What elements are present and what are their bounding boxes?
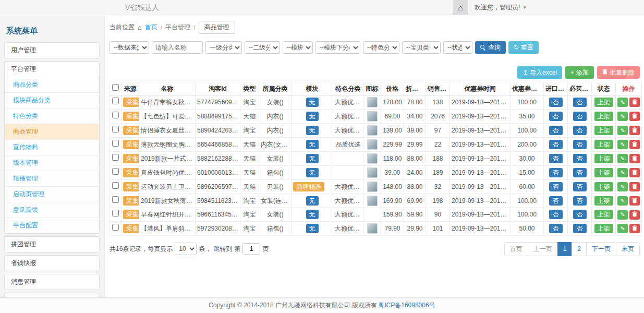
sidebar-item[interactable]: 用户管理 (5, 43, 99, 58)
status-toggle[interactable]: 上架 (594, 126, 613, 135)
icp-link[interactable]: 粤ICP备16098006号 (378, 301, 435, 310)
status-toggle[interactable]: 上架 (594, 154, 613, 163)
sidebar-subitem[interactable]: 版本管理 (5, 155, 99, 171)
must-buy-toggle[interactable]: 否 (573, 126, 587, 135)
row-checkbox[interactable] (112, 98, 119, 104)
filter-select[interactable]: --特色分类-- (363, 41, 399, 54)
sidebar-subitem[interactable]: 模块商品分类 (5, 92, 99, 108)
delete-button[interactable] (629, 112, 640, 121)
search-button[interactable]: 查询 (475, 41, 506, 54)
page-button[interactable]: 末页 (616, 242, 640, 256)
edit-button[interactable]: ✎ (617, 112, 628, 121)
edit-button[interactable]: ✎ (617, 140, 628, 149)
sidebar-subitem[interactable]: 宣传物料 (5, 139, 99, 155)
filter-select[interactable]: 一级分类 (205, 41, 242, 54)
name-search-input[interactable] (152, 41, 203, 54)
must-buy-toggle[interactable]: 否 (573, 168, 587, 177)
edit-button[interactable]: ✎ (617, 224, 628, 233)
import-select-toggle[interactable]: 否 (549, 182, 563, 191)
row-checkbox[interactable] (112, 168, 119, 175)
delete-button[interactable] (629, 140, 640, 149)
status-toggle[interactable]: 上架 (594, 140, 613, 149)
page-button[interactable]: 2 (572, 242, 587, 256)
import-select-toggle[interactable]: 否 (549, 224, 563, 233)
edit-button[interactable]: ✎ (617, 182, 628, 191)
delete-button[interactable] (629, 154, 640, 163)
delete-button[interactable] (629, 126, 640, 135)
row-checkbox[interactable] (112, 126, 119, 133)
filter-select[interactable]: --模块下分类-- (315, 41, 360, 54)
filter-select-source[interactable]: --数据来源-- (110, 41, 149, 54)
jump-page-input[interactable] (242, 243, 260, 255)
must-buy-toggle[interactable]: 否 (573, 210, 587, 219)
page-button[interactable]: 下一页 (586, 242, 616, 256)
must-buy-toggle[interactable]: 否 (573, 196, 587, 206)
filter-select[interactable]: --宝贝类型-- (402, 41, 441, 54)
sidebar-subitem[interactable]: 意见反馈 (5, 202, 99, 218)
sidebar-item[interactable]: 平台管理 (5, 62, 99, 77)
filter-select[interactable]: --二级分类-- (245, 41, 280, 54)
must-buy-toggle[interactable]: 否 (573, 112, 587, 121)
sidebar-subitem[interactable]: 商品分类 (5, 77, 99, 92)
edit-button[interactable]: ✎ (617, 98, 628, 107)
delete-button[interactable] (629, 224, 640, 233)
reset-button[interactable]: ↻ 重置 (508, 41, 539, 54)
delete-button[interactable] (629, 210, 640, 220)
row-checkbox[interactable] (112, 210, 119, 216)
edit-button[interactable]: ✎ (617, 210, 628, 220)
sidebar-item[interactable]: 拼团管理 (5, 237, 99, 252)
status-toggle[interactable]: 上架 (594, 112, 613, 121)
edit-button[interactable]: ✎ (617, 154, 628, 163)
sidebar-subitem[interactable]: 轮播管理 (5, 171, 99, 186)
status-toggle[interactable]: 上架 (594, 168, 613, 177)
edit-button[interactable]: ✎ (617, 168, 628, 177)
add-button[interactable]: + 添加 (565, 66, 594, 79)
page-button[interactable]: 1 (557, 242, 573, 256)
page-button[interactable]: 上一页 (528, 242, 558, 256)
delete-button[interactable] (629, 196, 640, 206)
sidebar-item[interactable]: 消息管理 (5, 274, 99, 290)
import-select-toggle[interactable]: 否 (549, 154, 563, 163)
sidebar-item[interactable]: 省钱快报 (5, 256, 99, 271)
must-buy-toggle[interactable]: 否 (573, 98, 587, 107)
status-toggle[interactable]: 上架 (594, 182, 613, 191)
sidebar-subitem[interactable]: 商品管理 (5, 124, 99, 139)
row-checkbox[interactable] (112, 224, 119, 231)
row-checkbox[interactable] (112, 112, 119, 118)
must-buy-toggle[interactable]: 否 (573, 182, 587, 191)
delete-button[interactable] (629, 168, 640, 177)
status-toggle[interactable]: 上架 (594, 224, 613, 233)
edit-button[interactable]: ✎ (617, 196, 628, 206)
status-toggle[interactable]: 上架 (594, 196, 613, 206)
delete-button[interactable] (629, 182, 640, 191)
jump-button[interactable]: 跳转到 (213, 245, 232, 254)
import-select-toggle[interactable]: 否 (549, 140, 563, 149)
sidebar-subitem[interactable]: 特色分类 (5, 108, 99, 124)
import-select-toggle[interactable]: 否 (549, 196, 563, 206)
filter-select[interactable]: --状态-- (443, 41, 472, 54)
filter-select[interactable]: --模块-- (283, 41, 313, 54)
import-excel-button[interactable]: ↥ 导入excel (517, 66, 562, 79)
must-buy-toggle[interactable]: 否 (573, 154, 587, 163)
must-buy-toggle[interactable]: 否 (573, 224, 587, 233)
row-checkbox[interactable] (112, 154, 119, 161)
per-page-select[interactable]: 10 (175, 243, 197, 255)
select-all-checkbox[interactable] (112, 84, 119, 91)
page-button[interactable]: 首页 (504, 242, 528, 256)
sidebar-subitem[interactable]: 启动页管理 (5, 186, 99, 202)
user-menu[interactable]: 欢迎您，管理员! ▼ (468, 0, 533, 15)
import-select-toggle[interactable]: 否 (549, 98, 563, 107)
status-toggle[interactable]: 上架 (594, 210, 613, 219)
import-select-toggle[interactable]: 否 (549, 210, 563, 219)
sidebar-subitem[interactable]: 平台配置 (5, 218, 99, 233)
bulk-delete-button[interactable]: 批量删除 (597, 66, 640, 79)
import-select-toggle[interactable]: 否 (549, 168, 563, 177)
import-select-toggle[interactable]: 否 (549, 112, 563, 121)
breadcrumb-home-link[interactable]: 首页 (145, 23, 157, 32)
row-checkbox[interactable] (112, 140, 119, 147)
delete-button[interactable] (629, 98, 640, 107)
import-select-toggle[interactable]: 否 (549, 126, 563, 135)
status-toggle[interactable]: 上架 (594, 98, 613, 107)
must-buy-toggle[interactable]: 否 (573, 140, 587, 149)
row-checkbox[interactable] (112, 196, 119, 203)
